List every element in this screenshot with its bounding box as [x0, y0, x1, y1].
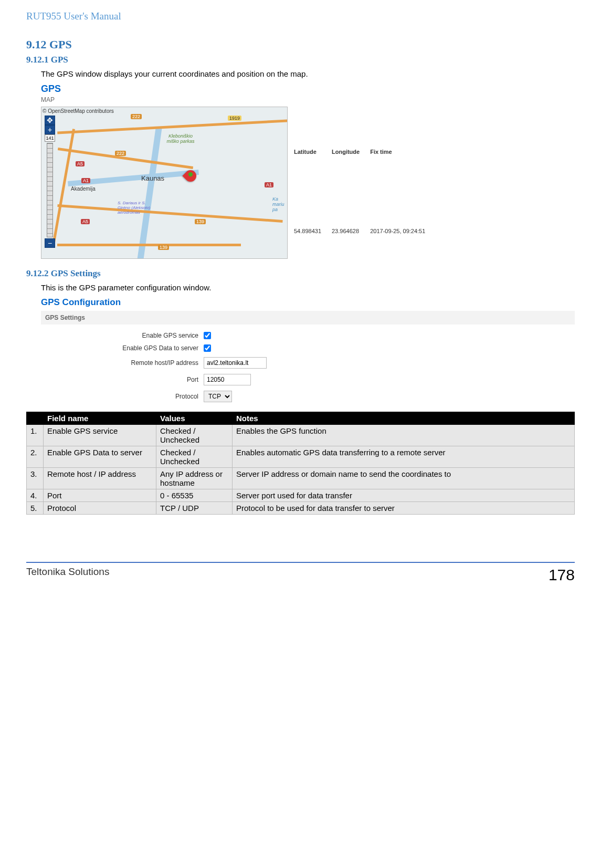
table-cell: Enables automatic GPS data transferring …: [233, 446, 575, 468]
map-section-label: MAP: [41, 96, 575, 103]
table-cell: TCP / UDP: [156, 502, 233, 515]
subsection-2-heading: 9.12.2 GPS Settings: [26, 268, 575, 279]
sub1-name: GPS: [51, 55, 68, 65]
sub2-intro: This is the GPS parameter configuration …: [26, 283, 575, 292]
table-cell: Remote host / IP address: [44, 468, 156, 489]
map-road: [57, 119, 288, 134]
gps-config-panel: GPS Configuration GPS Settings Enable GP…: [41, 297, 575, 402]
road-label: A5: [81, 219, 90, 224]
table-cell: Checked / Unchecked: [156, 446, 233, 468]
coord-fix: 2017-09-25, 09:24:51: [370, 206, 435, 258]
gps-config-title: GPS Configuration: [41, 297, 575, 308]
checkbox-enable-service[interactable]: [204, 332, 211, 339]
coord-lon: 23.964628: [332, 206, 369, 258]
table-cell: Server IP address or domain name to send…: [233, 468, 575, 489]
th-field: Field name: [44, 412, 156, 425]
road-label: A1: [265, 182, 273, 187]
form-row-enable-service: Enable GPS service: [41, 332, 575, 339]
doc-title: RUT955 User's Manual: [26, 11, 575, 22]
table-cell: Enable GPS Data to server: [44, 446, 156, 468]
table-cell: 1.: [27, 425, 44, 446]
road-label: A5: [76, 161, 85, 166]
zoom-slider[interactable]: [47, 143, 53, 237]
th-values: Values: [156, 412, 233, 425]
th-blank: [27, 412, 44, 425]
zoom-level: 141: [45, 134, 55, 142]
section-num: 9.12: [26, 38, 47, 51]
map-road: [57, 204, 282, 223]
section-heading: 9.12 GPS: [26, 38, 575, 51]
input-port[interactable]: [204, 374, 251, 385]
th-notes: Notes: [233, 412, 575, 425]
gps-settings-label: GPS Settings: [41, 311, 575, 325]
checkbox-enable-data[interactable]: [204, 344, 211, 352]
table-cell: Protocol to be used for data transfer to…: [233, 502, 575, 515]
gps-panel: GPS MAP © OpenStreetMap contributors ✥ +…: [41, 83, 575, 259]
table-row: 2.Enable GPS Data to serverChecked / Unc…: [27, 446, 575, 468]
zoom-pan-icon[interactable]: ✥: [45, 116, 55, 125]
road-label: 222: [115, 151, 126, 156]
sub2-num: 9.12.2: [26, 268, 49, 278]
table-row: 5.ProtocolTCP / UDPProtocol to be used f…: [27, 502, 575, 515]
table-cell: Server port used for data transfer: [233, 489, 575, 502]
road-label: 139: [158, 245, 169, 250]
airport-label: S. Dariaus ir S. Girėno (Aleksoto) aerod…: [118, 201, 152, 215]
table-cell: 0 - 65535: [156, 489, 233, 502]
select-protocol[interactable]: TCP: [204, 391, 232, 402]
description-table: Field name Values Notes 1.Enable GPS ser…: [26, 412, 575, 515]
label-remote: Remote host/IP address: [41, 359, 204, 367]
city-label: Kaunas: [141, 174, 164, 182]
city-label: Akademija: [71, 186, 96, 192]
sub1-intro: The GPS window displays your current coo…: [26, 69, 575, 78]
sub2-name: GPS Settings: [51, 268, 101, 278]
map-container[interactable]: © OpenStreetMap contributors ✥ + 141 − 2…: [41, 107, 288, 259]
park-label: Kleboniškio miško parkas: [162, 133, 199, 144]
label-enable-service: Enable GPS service: [41, 332, 204, 339]
table-cell: Enables the GPS function: [233, 425, 575, 446]
subsection-1-heading: 9.12.1 GPS: [26, 55, 575, 65]
section-name: GPS: [49, 38, 72, 51]
coord-header-lat: Latitude: [294, 108, 331, 205]
table-cell: 3.: [27, 468, 44, 489]
table-cell: Port: [44, 489, 156, 502]
footer-company: Teltonika Solutions: [26, 566, 109, 584]
road-label: 139: [195, 219, 206, 224]
table-row: 54.898431 23.964628 2017-09-25, 09:24:51: [294, 206, 435, 258]
table-cell: Any IP address or hostname: [156, 468, 233, 489]
coast-label: Ka mariu pa: [272, 196, 288, 212]
form-row-enable-data: Enable GPS Data to server: [41, 344, 575, 352]
road-label: 1919: [228, 116, 241, 121]
coord-lat: 54.898431: [294, 206, 331, 258]
label-protocol: Protocol: [41, 393, 204, 400]
table-row: 3.Remote host / IP addressAny IP address…: [27, 468, 575, 489]
gps-panel-title: GPS: [41, 83, 575, 95]
coordinates-table: Latitude Longitude Fix time 54.898431 23…: [293, 107, 436, 259]
table-cell: Enable GPS service: [44, 425, 156, 446]
table-cell: Protocol: [44, 502, 156, 515]
form-row-remote: Remote host/IP address: [41, 357, 575, 369]
table-cell: 2.: [27, 446, 44, 468]
map-road: [57, 244, 241, 246]
page-footer: Teltonika Solutions 178: [26, 566, 575, 584]
input-remote-host[interactable]: [204, 357, 267, 369]
zoom-out-button[interactable]: −: [45, 238, 55, 248]
table-row: 4.Port0 - 65535Server port used for data…: [27, 489, 575, 502]
table-cell: Checked / Unchecked: [156, 425, 233, 446]
coord-header-fix: Fix time: [370, 108, 435, 205]
table-cell: 4.: [27, 489, 44, 502]
label-port: Port: [41, 376, 204, 383]
zoom-in-button[interactable]: +: [45, 125, 55, 134]
zoom-control: ✥ + 141 −: [45, 116, 55, 248]
label-enable-data: Enable GPS Data to server: [41, 344, 204, 352]
table-cell: 5.: [27, 502, 44, 515]
sub1-num: 9.12.1: [26, 55, 49, 65]
form-row-port: Port: [41, 374, 575, 385]
road-label: A1: [81, 178, 90, 183]
road-label: 222: [131, 114, 142, 119]
form-row-protocol: Protocol TCP: [41, 391, 575, 402]
footer-rule: [26, 562, 575, 563]
map-river: [137, 128, 162, 259]
map-copyright: © OpenStreetMap contributors: [43, 108, 114, 114]
coord-header-lon: Longitude: [332, 108, 369, 205]
footer-page-number: 178: [549, 566, 575, 584]
